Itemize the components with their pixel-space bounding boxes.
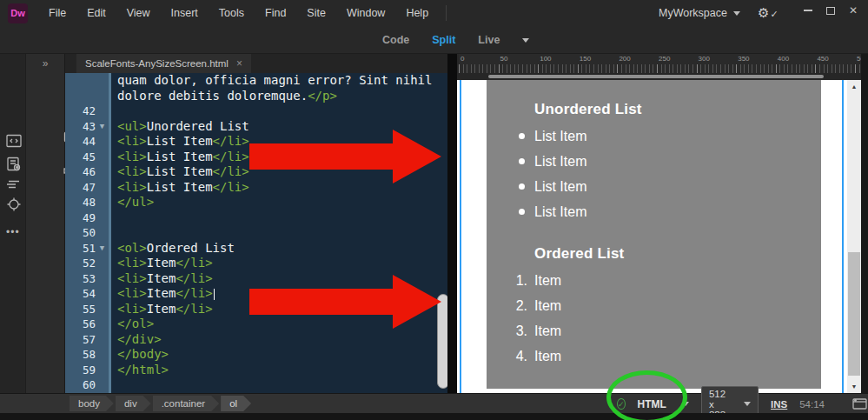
chevron-down-icon[interactable] [522, 38, 529, 43]
tag-selector-ol[interactable]: ol [221, 396, 251, 411]
view-mode-code[interactable]: Code [382, 34, 409, 46]
list-item-number: 1. [508, 273, 527, 289]
code-line[interactable]: 58</body> [65, 347, 447, 363]
realtime-preview-icon[interactable] [852, 398, 868, 410]
code-line[interactable]: 47<li>List Item</li> [65, 180, 447, 196]
lint-ok-icon[interactable]: ✓ [617, 398, 626, 410]
tag-selector-body[interactable]: body [70, 396, 114, 411]
menu-tools[interactable]: Tools [209, 0, 255, 26]
tab-close-icon[interactable]: × [236, 57, 242, 70]
tag-selector-div[interactable]: div [116, 396, 151, 411]
view-mode-live[interactable]: Live [478, 34, 500, 46]
unordered-list-heading[interactable]: Unordered List [534, 80, 821, 118]
code-line[interactable]: 49 [65, 210, 447, 226]
code-segment: <li> [117, 134, 147, 148]
list-item-text: List Item [534, 179, 586, 195]
list-item[interactable]: List Item [487, 174, 821, 199]
code-line[interactable]: 43▼<ul>Unordered List [65, 119, 447, 135]
right-edge-gutter [861, 54, 868, 393]
code-line[interactable]: 54<li>Item</li> [65, 286, 447, 302]
code-line[interactable]: 50 [65, 225, 447, 241]
split-view-divider[interactable] [447, 54, 457, 393]
code-line[interactable]: 48</ul> [65, 195, 447, 210]
menu-window[interactable]: Window [336, 0, 395, 26]
list-item[interactable]: 2.Item [487, 293, 821, 318]
minimize-button[interactable] [797, 0, 819, 21]
code-text: <li>List Item</li> [111, 180, 249, 196]
sync-settings-button[interactable]: ⚙ ✓ [758, 0, 779, 26]
line-gutter: 54 [65, 286, 111, 302]
code-line[interactable]: 55<li>Item</li> [65, 302, 447, 317]
live-view-page[interactable]: Unordered List List ItemList ItemList It… [457, 80, 847, 393]
tag-selector-container[interactable]: .container [153, 396, 220, 411]
code-editor[interactable]: quam dolor, officia magni error? Sint ni… [65, 73, 447, 393]
fold-toggle-icon[interactable]: ▼ [96, 243, 109, 252]
code-line[interactable]: 59</html> [65, 363, 447, 378]
code-line[interactable]: 53<li>Item</li> [65, 271, 447, 287]
code-text: <li>Item</li> [111, 271, 213, 287]
code-line[interactable]: quam dolor, officia magni error? Sint ni… [65, 73, 447, 89]
line-gutter: 53 [65, 271, 111, 287]
live-horizontal-scrollbar[interactable] [459, 73, 847, 80]
menu-view[interactable]: View [116, 0, 161, 26]
code-line[interactable]: 52<li>Item</li> [65, 256, 447, 271]
code-line[interactable]: 44<li>List Item</li> [65, 134, 447, 150]
format-source-icon[interactable] [6, 179, 22, 190]
code-segment: List Item [147, 134, 213, 148]
code-segment: Item [147, 256, 176, 270]
code-line[interactable]: 60 [65, 377, 447, 393]
line-number: 46 [83, 165, 96, 178]
code-line[interactable]: 51▼<ol>Ordered List [65, 241, 447, 257]
live-vertical-scrollbar[interactable]: ▲ ▼ [847, 80, 861, 393]
close-button[interactable]: ✕ [842, 0, 865, 21]
workspace-switcher[interactable]: MyWorkspace [659, 0, 740, 26]
line-gutter: 57 [65, 332, 111, 348]
menu-insert[interactable]: Insert [161, 0, 209, 26]
menu-file[interactable]: File [38, 0, 76, 26]
inspect-target-icon[interactable] [6, 197, 22, 212]
menu-help[interactable]: Help [395, 0, 439, 26]
bullet-icon [519, 158, 525, 164]
menu-edit[interactable]: Edit [76, 0, 116, 26]
more-options-icon[interactable]: ••• [6, 226, 20, 238]
ruler-label: 350 [738, 55, 749, 63]
fold-toggle-icon[interactable]: ▼ [96, 122, 109, 130]
code-window-icon[interactable] [6, 134, 22, 148]
scroll-down-icon[interactable]: ▼ [847, 380, 861, 393]
vertical-scroll-thumb[interactable] [848, 252, 860, 376]
line-number: 54 [83, 287, 96, 300]
scroll-up-icon[interactable]: ▲ [847, 80, 861, 93]
view-mode-switcher: CodeSplitLive [382, 26, 529, 54]
line-number: 49 [83, 211, 96, 224]
list-item[interactable]: 3.Item [487, 318, 821, 343]
horizontal-scroll-thumb[interactable] [488, 75, 824, 78]
list-item[interactable]: 4.Item [487, 343, 821, 369]
line-gutter [65, 73, 111, 89]
rendered-container[interactable]: Unordered List List ItemList ItemList It… [487, 80, 821, 389]
status-bar-right: ✓ HTML 512 x 383 INS 54:14 [617, 394, 868, 414]
line-gutter: 55 [65, 302, 111, 317]
maximize-icon [826, 7, 835, 15]
list-item[interactable]: List Item [487, 199, 821, 224]
file-tab[interactable]: ScaleFonts-AnySizeScreen.html × [76, 54, 251, 73]
dock-expander-button[interactable]: » [26, 54, 65, 73]
list-item[interactable]: List Item [487, 149, 821, 174]
insert-mode-indicator[interactable]: INS [771, 399, 787, 410]
code-line[interactable]: 56</ol> [65, 317, 447, 332]
view-mode-split[interactable]: Split [432, 34, 455, 46]
code-line[interactable]: 42 [65, 103, 447, 119]
code-line[interactable]: dolore debitis doloremque.</p> [65, 89, 447, 104]
menubar-divider [446, 5, 447, 21]
code-line[interactable]: 57</div> [65, 332, 447, 348]
maximize-button[interactable] [819, 0, 842, 21]
menu-site[interactable]: Site [296, 0, 336, 26]
code-text: </html> [111, 363, 169, 378]
ordered-list-heading[interactable]: Ordered List [534, 245, 821, 263]
list-item[interactable]: List Item [487, 123, 821, 149]
menu-find[interactable]: Find [255, 0, 296, 26]
document-preview-icon[interactable] [6, 157, 22, 172]
doctype-dropdown[interactable]: HTML [638, 398, 689, 410]
code-line[interactable]: 45<li>List Item</li> [65, 150, 447, 165]
code-line[interactable]: 46<li>List Item</li> [65, 164, 447, 180]
list-item[interactable]: 1.Item [487, 268, 821, 293]
